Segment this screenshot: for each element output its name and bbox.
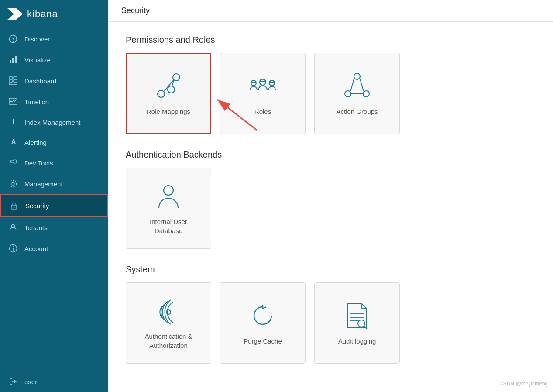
sidebar-item-user-label: user xyxy=(24,378,37,385)
permissions-section-title: Permissions and Roles xyxy=(126,35,536,45)
roles-icon xyxy=(247,71,278,102)
svg-point-27 xyxy=(168,86,175,93)
card-auth-authorization[interactable]: Authentication & Authorization xyxy=(126,282,211,364)
main-area: Security Permissions and Roles xyxy=(108,0,553,392)
svg-line-40 xyxy=(360,79,364,91)
sidebar-item-tenants-label: Tenants xyxy=(24,224,48,231)
card-role-mappings[interactable]: Role Mappings xyxy=(126,53,211,134)
page-header: Security xyxy=(108,0,553,22)
permissions-cards-row: Role Mappings xyxy=(126,53,536,134)
card-audit-logging[interactable]: Audit logging xyxy=(314,282,400,364)
sidebar-item-management-label: Management xyxy=(24,180,63,188)
tenants-icon xyxy=(9,223,18,232)
auth-backends-section: Authentication Backends Internal User Da… xyxy=(126,150,536,249)
main-content: Permissions and Roles xyxy=(108,22,553,392)
system-cards-row: Authentication & Authorization Purge Cac… xyxy=(126,282,536,364)
svg-point-17 xyxy=(10,181,17,187)
logo-area: kibana xyxy=(0,0,108,28)
watermark: CSDN @meijinmeng xyxy=(499,381,548,387)
svg-marker-0 xyxy=(7,8,23,20)
sidebar-item-dashboard-label: Dashboard xyxy=(24,77,56,85)
sidebar-bottom: user xyxy=(0,371,108,392)
action-groups-icon xyxy=(342,71,372,102)
kibana-logo-icon xyxy=(7,6,23,22)
logo-text: kibana xyxy=(27,8,58,20)
card-internal-user-db-label: Internal User Database xyxy=(150,217,187,235)
svg-rect-13 xyxy=(14,80,17,82)
page-title: Security xyxy=(121,6,540,15)
role-mappings-icon xyxy=(153,71,184,102)
sidebar-item-discover-label: Discover xyxy=(24,35,50,43)
sidebar-item-alerting[interactable]: A Alerting xyxy=(0,132,108,152)
compass-icon xyxy=(9,34,18,43)
sidebar-item-security-label: Security xyxy=(25,202,49,210)
sidebar-item-index-management-label: Index Management xyxy=(24,119,80,126)
chart-icon xyxy=(9,55,18,64)
svg-point-47 xyxy=(358,320,365,327)
svg-point-16 xyxy=(12,182,14,185)
svg-point-38 xyxy=(363,91,369,97)
svg-rect-11 xyxy=(14,77,17,79)
card-purge-cache[interactable]: Purge Cache xyxy=(220,282,306,364)
sidebar-item-visualize-label: Visualize xyxy=(24,56,51,64)
svg-point-36 xyxy=(354,73,360,79)
card-purge-cache-label: Purge Cache xyxy=(244,337,282,346)
svg-rect-8 xyxy=(12,58,14,63)
internal-user-db-icon xyxy=(153,181,184,212)
sidebar-item-management[interactable]: Management xyxy=(0,173,108,194)
svg-rect-14 xyxy=(9,83,17,85)
sidebar-item-timelion-label: Timelion xyxy=(24,98,49,106)
card-internal-user-db[interactable]: Internal User Database xyxy=(126,168,211,249)
svg-point-37 xyxy=(345,91,351,97)
purge-cache-icon xyxy=(247,301,278,331)
sidebar-item-dev-tools-label: Dev Tools xyxy=(24,159,53,167)
svg-point-42 xyxy=(164,186,173,195)
info-icon xyxy=(9,244,18,253)
svg-line-39 xyxy=(350,79,354,91)
svg-point-19 xyxy=(14,207,15,208)
svg-point-23 xyxy=(13,246,14,247)
sidebar-item-index-management[interactable]: I Index Management xyxy=(0,112,108,132)
sidebar-item-visualize[interactable]: Visualize xyxy=(0,49,108,70)
audit-logging-icon xyxy=(342,301,372,331)
card-audit-logging-label: Audit logging xyxy=(338,337,376,346)
svg-point-26 xyxy=(158,90,165,97)
svg-point-25 xyxy=(173,74,180,81)
card-role-mappings-label: Role Mappings xyxy=(147,107,190,116)
card-action-groups[interactable]: Action Groups xyxy=(314,53,400,134)
sidebar-item-user[interactable]: user xyxy=(0,371,108,392)
permissions-section: Permissions and Roles xyxy=(126,35,536,134)
index-icon: I xyxy=(9,118,18,126)
timelion-icon xyxy=(9,97,18,106)
svg-rect-7 xyxy=(10,60,11,63)
sidebar-item-tenants[interactable]: Tenants xyxy=(0,217,108,238)
alerting-icon: A xyxy=(9,138,18,146)
card-auth-authorization-label: Authentication & Authorization xyxy=(144,332,192,350)
gear-icon xyxy=(9,179,18,188)
nav-menu: Discover Visualize xyxy=(0,28,108,371)
card-roles-label: Roles xyxy=(254,107,271,116)
dashboard-icon xyxy=(9,76,18,85)
auth-authorization-icon xyxy=(153,296,184,327)
auth-backends-section-title: Authentication Backends xyxy=(126,150,536,160)
sidebar-item-account[interactable]: Account xyxy=(0,238,108,259)
lock-icon xyxy=(10,201,19,210)
sidebar-item-security[interactable]: Security xyxy=(0,194,108,217)
sidebar-item-account-label: Account xyxy=(24,245,48,252)
sidebar-item-discover[interactable]: Discover xyxy=(0,28,108,49)
system-section-title: System xyxy=(126,265,536,275)
wrench-icon xyxy=(9,158,18,167)
sidebar-item-alerting-label: Alerting xyxy=(24,139,47,146)
svg-rect-12 xyxy=(9,80,13,82)
system-section: System Auth xyxy=(126,265,536,364)
svg-rect-9 xyxy=(15,56,17,63)
sidebar-item-dashboard[interactable]: Dashboard xyxy=(0,70,108,91)
svg-rect-10 xyxy=(9,77,13,79)
sidebar: kibana Discover xyxy=(0,0,108,392)
svg-point-2 xyxy=(13,38,14,40)
sidebar-item-timelion[interactable]: Timelion xyxy=(0,91,108,112)
card-action-groups-label: Action Groups xyxy=(336,107,378,116)
auth-backends-cards-row: Internal User Database xyxy=(126,168,536,249)
sidebar-item-dev-tools[interactable]: Dev Tools xyxy=(0,152,108,173)
card-roles[interactable]: Roles xyxy=(220,53,306,134)
